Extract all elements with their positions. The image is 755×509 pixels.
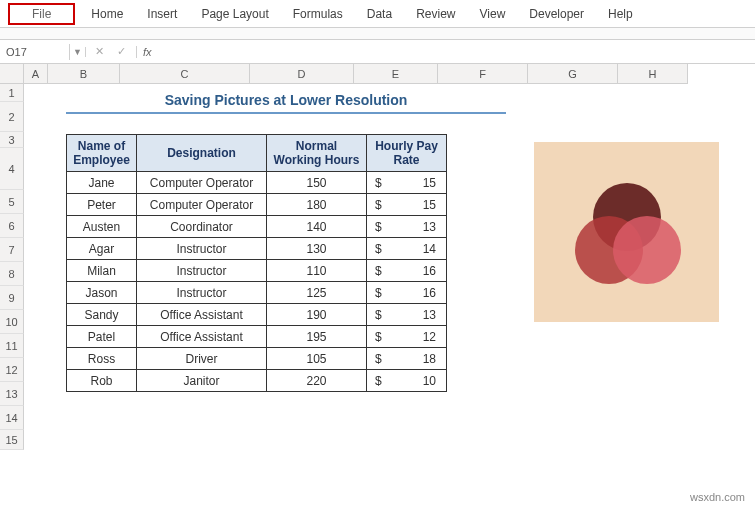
cell-currency[interactable]: $	[367, 172, 387, 194]
cell-rate[interactable]: 13	[387, 216, 447, 238]
cell-designation[interactable]: Instructor	[137, 282, 267, 304]
cell-rate[interactable]: 13	[387, 304, 447, 326]
cell-name[interactable]: Milan	[67, 260, 137, 282]
col-header-E[interactable]: E	[354, 64, 438, 84]
cell-rate[interactable]: 10	[387, 370, 447, 392]
cell-designation[interactable]: Instructor	[137, 238, 267, 260]
col-header-F[interactable]: F	[438, 64, 528, 84]
ribbon-tab-review[interactable]: Review	[404, 3, 467, 25]
cell-hours[interactable]: 195	[267, 326, 367, 348]
sheet-canvas[interactable]: Saving Pictures at Lower Resolution Name…	[24, 84, 755, 509]
ribbon-divider	[0, 28, 755, 40]
ribbon-tab-view[interactable]: View	[468, 3, 518, 25]
row-header-1[interactable]: 1	[0, 84, 24, 102]
cell-rate[interactable]: 14	[387, 238, 447, 260]
cell-designation[interactable]: Office Assistant	[137, 326, 267, 348]
cell-name[interactable]: Rob	[67, 370, 137, 392]
select-all-corner[interactable]	[0, 64, 24, 84]
row-header-13[interactable]: 13	[0, 382, 24, 406]
row-header-5[interactable]: 5	[0, 190, 24, 214]
cell-name[interactable]: Austen	[67, 216, 137, 238]
cell-currency[interactable]: $	[367, 238, 387, 260]
formula-bar: O17 ▼ ✕ ✓ fx	[0, 40, 755, 64]
row-header-7[interactable]: 7	[0, 238, 24, 262]
ribbon-tab-formulas[interactable]: Formulas	[281, 3, 355, 25]
ribbon-tab-page-layout[interactable]: Page Layout	[189, 3, 280, 25]
cell-hours[interactable]: 180	[267, 194, 367, 216]
fx-icon[interactable]: fx	[136, 46, 152, 58]
cell-designation[interactable]: Coordinator	[137, 216, 267, 238]
cell-hours[interactable]: 105	[267, 348, 367, 370]
name-box[interactable]: O17	[0, 44, 70, 60]
cell-rate[interactable]: 12	[387, 326, 447, 348]
col-header-B[interactable]: B	[48, 64, 120, 84]
cell-designation[interactable]: Computer Operator	[137, 194, 267, 216]
th-rate: Hourly Pay Rate	[367, 135, 447, 172]
row-header-12[interactable]: 12	[0, 358, 24, 382]
ribbon-tab-help[interactable]: Help	[596, 3, 645, 25]
cell-hours[interactable]: 220	[267, 370, 367, 392]
table-row: PeterComputer Operator180$15	[67, 194, 447, 216]
cell-hours[interactable]: 150	[267, 172, 367, 194]
cell-currency[interactable]: $	[367, 216, 387, 238]
cell-rate[interactable]: 16	[387, 260, 447, 282]
row-header-3[interactable]: 3	[0, 132, 24, 148]
cell-currency[interactable]: $	[367, 326, 387, 348]
ribbon-tab-insert[interactable]: Insert	[135, 3, 189, 25]
cell-hours[interactable]: 125	[267, 282, 367, 304]
th-designation: Designation	[137, 135, 267, 172]
cell-name[interactable]: Peter	[67, 194, 137, 216]
ribbon-tab-developer[interactable]: Developer	[517, 3, 596, 25]
cell-name[interactable]: Patel	[67, 326, 137, 348]
cell-hours[interactable]: 110	[267, 260, 367, 282]
cell-designation[interactable]: Driver	[137, 348, 267, 370]
col-header-C[interactable]: C	[120, 64, 250, 84]
cell-hours[interactable]: 140	[267, 216, 367, 238]
col-header-G[interactable]: G	[528, 64, 618, 84]
row-header-14[interactable]: 14	[0, 406, 24, 430]
cell-rate[interactable]: 16	[387, 282, 447, 304]
inserted-picture[interactable]	[534, 142, 719, 322]
row-header-15[interactable]: 15	[0, 430, 24, 450]
cell-currency[interactable]: $	[367, 304, 387, 326]
row-header-2[interactable]: 2	[0, 102, 24, 132]
table-row: PatelOffice Assistant195$12	[67, 326, 447, 348]
col-header-A[interactable]: A	[24, 64, 48, 84]
cancel-icon[interactable]: ✕	[92, 45, 106, 58]
cell-rate[interactable]: 18	[387, 348, 447, 370]
cell-name[interactable]: Jane	[67, 172, 137, 194]
col-header-H[interactable]: H	[618, 64, 688, 84]
cell-name[interactable]: Sandy	[67, 304, 137, 326]
cell-name[interactable]: Agar	[67, 238, 137, 260]
cell-designation[interactable]: Instructor	[137, 260, 267, 282]
enter-icon[interactable]: ✓	[114, 45, 128, 58]
row-header-11[interactable]: 11	[0, 334, 24, 358]
ribbon-tab-file[interactable]: File	[20, 3, 63, 25]
ribbon-tab-home[interactable]: Home	[79, 3, 135, 25]
col-header-D[interactable]: D	[250, 64, 354, 84]
row-headers: 123456789101112131415	[0, 84, 24, 509]
row-header-10[interactable]: 10	[0, 310, 24, 334]
cell-rate[interactable]: 15	[387, 172, 447, 194]
cell-currency[interactable]: $	[367, 370, 387, 392]
cell-currency[interactable]: $	[367, 348, 387, 370]
venn-diagram-icon	[567, 172, 687, 292]
cell-rate[interactable]: 15	[387, 194, 447, 216]
ribbon-tab-data[interactable]: Data	[355, 3, 404, 25]
cell-designation[interactable]: Computer Operator	[137, 172, 267, 194]
cell-currency[interactable]: $	[367, 260, 387, 282]
formula-input[interactable]	[158, 44, 755, 60]
cell-designation[interactable]: Office Assistant	[137, 304, 267, 326]
row-header-4[interactable]: 4	[0, 148, 24, 190]
row-header-6[interactable]: 6	[0, 214, 24, 238]
name-box-dropdown-icon[interactable]: ▼	[70, 47, 86, 57]
cell-designation[interactable]: Janitor	[137, 370, 267, 392]
row-header-8[interactable]: 8	[0, 262, 24, 286]
cell-name[interactable]: Ross	[67, 348, 137, 370]
row-header-9[interactable]: 9	[0, 286, 24, 310]
cell-hours[interactable]: 190	[267, 304, 367, 326]
cell-currency[interactable]: $	[367, 282, 387, 304]
cell-currency[interactable]: $	[367, 194, 387, 216]
cell-name[interactable]: Jason	[67, 282, 137, 304]
cell-hours[interactable]: 130	[267, 238, 367, 260]
